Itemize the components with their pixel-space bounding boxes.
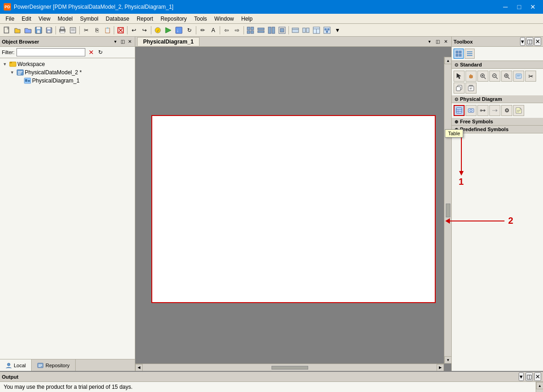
tree-item-model[interactable]: ▼ PhysicalDataModel_2 *	[9, 68, 133, 77]
ob-pin-button[interactable]: ▾	[112, 39, 118, 45]
tb-redo[interactable]: ↪	[139, 25, 150, 35]
tb-open2[interactable]	[23, 25, 33, 35]
menu-view[interactable]: View	[35, 15, 54, 23]
tb-link1[interactable]: ⇦	[222, 25, 232, 35]
canvas-hscrollbar[interactable]: ◀ ▶	[135, 364, 444, 371]
tb-cut[interactable]: ✂	[81, 25, 91, 35]
tb-pen[interactable]: ✏	[198, 25, 208, 35]
tb-layout4[interactable]	[277, 25, 287, 35]
tb-undo[interactable]: ↩	[129, 25, 139, 35]
tool-scissors[interactable]: ✂	[525, 71, 536, 82]
tree-item-workspace[interactable]: ▼ Workspace	[2, 60, 133, 68]
menu-tools[interactable]: Tools	[190, 15, 211, 23]
menu-edit[interactable]: Edit	[18, 15, 35, 23]
tb-copy[interactable]: ⎘	[92, 25, 102, 35]
vscroll-thumb[interactable]	[446, 204, 450, 217]
menu-symbol[interactable]: Symbol	[77, 15, 102, 23]
ob-filter-apply[interactable]: ↻	[96, 48, 105, 56]
tb-new[interactable]	[2, 25, 12, 35]
canvas-vscrollbar[interactable]: ▲ ▼	[444, 57, 451, 364]
menu-window[interactable]: Window	[211, 15, 238, 23]
menu-help[interactable]: Help	[238, 15, 256, 23]
toolbox-grid-view[interactable]	[454, 49, 464, 59]
vscroll-up[interactable]: ▲	[444, 57, 451, 64]
diagram-close-button[interactable]: ✕	[442, 38, 449, 45]
ob-filter-clear[interactable]: ✕	[87, 48, 95, 56]
hscroll-right[interactable]: ▶	[437, 364, 444, 371]
hscroll-thumb[interactable]	[272, 366, 308, 370]
tb-diag2[interactable]	[301, 25, 311, 35]
tb-print[interactable]	[57, 25, 67, 35]
ob-close-button[interactable]: ✕	[127, 39, 133, 45]
toolbox-float-button[interactable]: ◫	[526, 37, 533, 46]
tool-zoom-out[interactable]	[489, 71, 500, 82]
toolbox-pin-button[interactable]: ▾	[520, 37, 525, 46]
output-scroll-up[interactable]: ▲	[536, 382, 543, 389]
tb-link2[interactable]: ⇨	[232, 25, 242, 35]
diagram-tab[interactable]: PhysicalDiagram_1	[137, 37, 199, 46]
tool-hand[interactable]	[465, 71, 477, 82]
ob-float-button[interactable]: ◫	[119, 39, 126, 45]
predefined-section-header[interactable]: ⊕ Predefined Symbols	[452, 126, 543, 133]
tool-copy-sym[interactable]	[454, 83, 465, 94]
tool-settings[interactable]: ⚙	[501, 105, 512, 116]
canvas-container[interactable]: 1 ▲ ▼ ◀ ▶	[135, 47, 451, 371]
tb-layout1[interactable]	[245, 25, 255, 35]
menu-report[interactable]: Report	[133, 15, 157, 23]
output-scrollbar[interactable]: ▲ ▼	[536, 382, 543, 392]
tb-layout2[interactable]	[256, 25, 266, 35]
tb-text[interactable]: A	[208, 25, 218, 35]
tb-paste[interactable]: 📋	[102, 25, 112, 35]
tb-gen[interactable]	[163, 25, 173, 35]
tb-diag1[interactable]	[290, 25, 300, 35]
tb-delete[interactable]	[116, 25, 126, 35]
tb-preview[interactable]	[68, 25, 78, 35]
diagram-pin-button[interactable]: ▾	[426, 38, 433, 45]
output-close-button[interactable]: ✕	[534, 372, 541, 381]
menu-model[interactable]: Model	[54, 15, 77, 23]
tool-zoom-in[interactable]	[477, 71, 488, 82]
output-pin-button[interactable]: ▾	[519, 372, 524, 381]
tb-layout3[interactable]	[266, 25, 277, 35]
tb-check[interactable]: ✓	[153, 25, 163, 35]
hscroll-left[interactable]: ◀	[135, 364, 143, 371]
diagram-tab-controls: ▾ ◫ ✕	[426, 38, 449, 45]
minimize-button[interactable]: ─	[499, 2, 512, 12]
menu-database[interactable]: Database	[102, 15, 133, 23]
diagram-canvas[interactable]: 1	[151, 115, 436, 303]
output-float-button[interactable]: ◫	[526, 372, 533, 381]
tree-item-diagram[interactable]: PhysicalDiagram_1	[17, 77, 133, 85]
menu-repository[interactable]: Repository	[157, 15, 190, 23]
tb-save[interactable]	[33, 25, 44, 35]
tool-table[interactable]	[454, 105, 465, 116]
tool-pointer[interactable]	[454, 71, 465, 82]
tool-zoom-fit[interactable]	[501, 71, 512, 82]
free-section-header[interactable]: ⊕ Free Symbols	[452, 118, 543, 126]
physical-section-header[interactable]: ⊙ Physical Diagram	[452, 95, 543, 103]
tool-paste-sym[interactable]	[465, 83, 477, 94]
tb-more[interactable]: ▼	[332, 25, 343, 35]
tool-view[interactable]	[465, 105, 477, 116]
tb-refresh[interactable]: ↻	[184, 25, 194, 35]
standard-section-header[interactable]: ⊙ Standard	[452, 61, 543, 69]
tool-view-ref[interactable]	[489, 105, 500, 116]
ob-filter-input[interactable]	[17, 48, 85, 56]
tb-save-all[interactable]	[44, 25, 54, 35]
tb-open[interactable]	[12, 25, 22, 35]
ob-tab-local[interactable]: Local	[0, 359, 32, 371]
close-button[interactable]: ✕	[526, 2, 539, 12]
tb-diag3[interactable]	[311, 25, 321, 35]
vscroll-down[interactable]: ▼	[444, 356, 451, 364]
menu-file[interactable]: File	[2, 15, 18, 23]
ob-tab-repository[interactable]: Repository	[32, 359, 76, 371]
tb-import[interactable]: ↓	[174, 25, 184, 35]
tb-diag4[interactable]	[322, 25, 332, 35]
diagram-float-button[interactable]: ◫	[434, 38, 441, 45]
toolbox-close-button[interactable]: ✕	[534, 37, 541, 46]
svg-rect-5	[47, 28, 50, 29]
maximize-button[interactable]: □	[513, 2, 526, 12]
toolbox-list-view[interactable]	[465, 49, 475, 59]
tool-note[interactable]	[513, 105, 524, 116]
tool-props[interactable]	[513, 71, 524, 82]
tool-reference[interactable]	[477, 105, 488, 116]
